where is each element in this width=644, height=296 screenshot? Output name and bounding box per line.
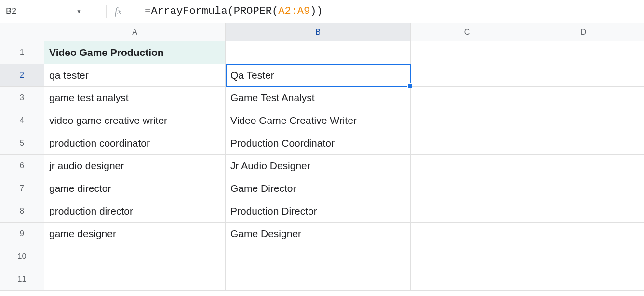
cell-d9[interactable] <box>523 223 644 245</box>
cell-a10[interactable] <box>44 245 226 268</box>
cell-d3[interactable] <box>523 87 644 109</box>
column-header-b[interactable]: B <box>226 23 411 41</box>
row-header-10[interactable]: 10 <box>0 245 44 268</box>
cell-d4[interactable] <box>523 109 644 132</box>
row-header-1[interactable]: 1 <box>0 41 44 64</box>
cell-d5[interactable] <box>523 132 644 155</box>
cell-d7[interactable] <box>523 177 644 200</box>
row-header-6[interactable]: 6 <box>0 155 44 177</box>
cell-d8[interactable] <box>523 200 644 223</box>
cell-b2[interactable]: Qa Tester <box>226 64 411 87</box>
cell-c7[interactable] <box>411 177 523 200</box>
fx-icon: fx <box>111 6 125 17</box>
cell-a2[interactable]: qa tester <box>44 64 226 87</box>
cell-a5[interactable]: production coordinator <box>44 132 226 155</box>
cell-d11[interactable] <box>523 268 644 291</box>
cell-b4[interactable]: Video Game Creative Writer <box>226 109 411 132</box>
row-header-7[interactable]: 7 <box>0 177 44 200</box>
cell-b11[interactable] <box>226 268 411 291</box>
cell-c1[interactable] <box>411 41 523 64</box>
name-box[interactable] <box>6 6 73 16</box>
spreadsheet-grid[interactable]: ABCD1Video Game Production2qa testerQa T… <box>0 23 644 291</box>
row-header-8[interactable]: 8 <box>0 200 44 223</box>
row-header-11[interactable]: 11 <box>0 268 44 291</box>
column-header-c[interactable]: C <box>411 23 523 41</box>
cell-d10[interactable] <box>523 245 644 268</box>
cell-b10[interactable] <box>226 245 411 268</box>
cell-c2[interactable] <box>411 64 523 87</box>
cell-a6[interactable]: jr audio designer <box>44 155 226 177</box>
row-header-5[interactable]: 5 <box>0 132 44 155</box>
divider <box>106 5 107 18</box>
cell-a7[interactable]: game director <box>44 177 226 200</box>
cell-b1[interactable] <box>226 41 411 64</box>
cell-d6[interactable] <box>523 155 644 177</box>
formula-text-prefix: =ArrayFormula(PROPER( <box>145 5 278 17</box>
divider <box>130 5 130 18</box>
formula-text-range: A2:A9 <box>278 5 310 17</box>
cell-c11[interactable] <box>411 268 523 291</box>
name-box-wrap: ▼ <box>0 0 101 23</box>
cell-c4[interactable] <box>411 109 523 132</box>
cell-c6[interactable] <box>411 155 523 177</box>
cell-a1[interactable]: Video Game Production <box>44 41 226 64</box>
cell-d1[interactable] <box>523 41 644 64</box>
select-all-corner[interactable] <box>0 23 44 41</box>
cell-c10[interactable] <box>411 245 523 268</box>
cell-d2[interactable] <box>523 64 644 87</box>
cell-a8[interactable]: production director <box>44 200 226 223</box>
row-header-4[interactable]: 4 <box>0 109 44 132</box>
row-header-2[interactable]: 2 <box>0 64 44 87</box>
cell-c9[interactable] <box>411 223 523 245</box>
cell-c3[interactable] <box>411 87 523 109</box>
cell-c5[interactable] <box>411 132 523 155</box>
cell-a11[interactable] <box>44 268 226 291</box>
row-header-3[interactable]: 3 <box>0 87 44 109</box>
cell-b5[interactable]: Production Coordinator <box>226 132 411 155</box>
cell-b9[interactable]: Game Designer <box>226 223 411 245</box>
column-header-a[interactable]: A <box>44 23 226 41</box>
cell-b7[interactable]: Game Director <box>226 177 411 200</box>
cell-a4[interactable]: video game creative writer <box>44 109 226 132</box>
row-header-9[interactable]: 9 <box>0 223 44 245</box>
formula-bar-row: ▼ fx =ArrayFormula(PROPER(A2:A9)) <box>0 0 644 23</box>
formula-bar[interactable]: =ArrayFormula(PROPER(A2:A9)) <box>135 5 644 17</box>
formula-text-suffix: )) <box>310 5 322 17</box>
cell-c8[interactable] <box>411 200 523 223</box>
cell-b3[interactable]: Game Test Analyst <box>226 87 411 109</box>
cell-a3[interactable]: game test analyst <box>44 87 226 109</box>
cell-a9[interactable]: game designer <box>44 223 226 245</box>
cell-b8[interactable]: Production Director <box>226 200 411 223</box>
column-header-d[interactable]: D <box>523 23 644 41</box>
chevron-down-icon[interactable]: ▼ <box>73 5 85 18</box>
cell-b6[interactable]: Jr Audio Designer <box>226 155 411 177</box>
